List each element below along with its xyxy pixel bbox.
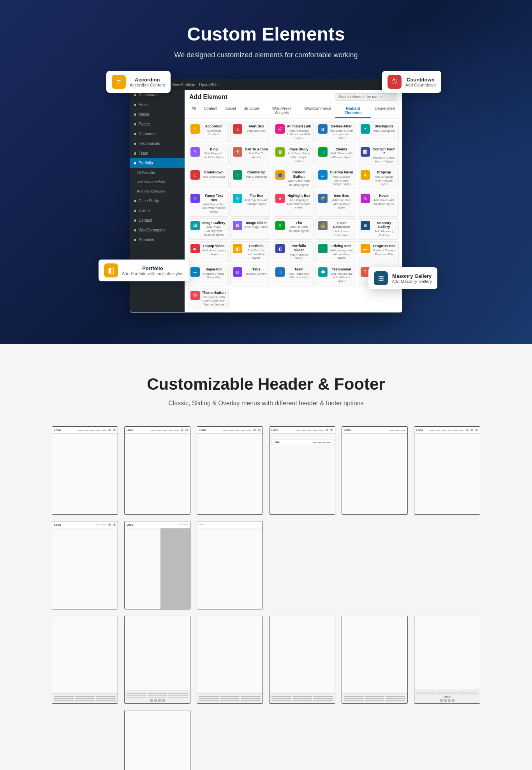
element-card[interactable]: ★ Highlight Box Add Highlight Box with m…	[273, 191, 314, 216]
tab-wp-widgets[interactable]: WordPress Widgets	[263, 104, 300, 118]
tab-deprecated[interactable]: Deprecated	[371, 104, 399, 118]
element-card[interactable]: 🎨 Theme Button Compatible with Color Sch…	[188, 288, 229, 309]
element-card[interactable]: 📢 Call To Action Add Call To Action	[230, 145, 271, 166]
sidebar-item-add-portfolio[interactable]: Add New Portfolio	[130, 177, 185, 187]
element-card[interactable]: ⏱ Countdown Add Countdown	[188, 168, 229, 189]
element-card[interactable]: ≡ Accordion Accordion Content	[188, 122, 229, 143]
element-card[interactable]: 👥 Team Add Team with different styles	[273, 265, 314, 286]
element-name: Loan Calculator	[329, 221, 354, 230]
header-template-item[interactable]	[124, 616, 190, 704]
element-card[interactable]: 🔷 Fancy Text Box Add Fancy Text Box with…	[188, 191, 229, 216]
element-card[interactable]: ☰ Custom Menu Add Custom Menu with multi…	[315, 168, 356, 189]
element-name: Dropcap	[372, 170, 396, 175]
element-card[interactable]: ❝ Blockquote Add Blockquote	[358, 122, 399, 143]
element-card[interactable]: ↑ CounterUp Add Counterup	[230, 168, 271, 189]
sidebar-item-products[interactable]: Products	[130, 235, 185, 245]
header-template-item[interactable]	[342, 616, 408, 704]
sidebar-item-posts[interactable]: Posts	[130, 100, 185, 109]
element-name: Call To Action	[244, 147, 268, 152]
element-desc: Add Flip Box with multiple styles	[244, 198, 268, 206]
header-template-item[interactable]: LOGO	[124, 521, 190, 609]
header-template-item[interactable]: LOGO	[52, 521, 118, 609]
element-card[interactable]: A Dropcap Add Dropcap with multiple styl…	[358, 168, 399, 189]
element-card[interactable]: — Separator Radiant Theme Separator	[188, 265, 229, 286]
element-desc: Add alert box	[244, 129, 268, 133]
element-name: CounterUp	[244, 170, 268, 175]
element-desc: Add Image Slider	[244, 225, 268, 229]
tab-structure[interactable]: Structure	[240, 104, 263, 118]
header-template-item[interactable]	[269, 616, 335, 704]
search-input[interactable]	[335, 93, 397, 101]
element-card[interactable]: ◑ Before-After Add Before-After comparis…	[315, 122, 356, 143]
element-card[interactable]: 👥 Clients Add Clients with different sty…	[315, 145, 356, 166]
topbar-updraft: UpdraftPlus	[199, 83, 219, 87]
header-template-item[interactable]	[197, 521, 263, 609]
element-card[interactable]: ◧ Portfolio Add Portfolio with multiple …	[230, 241, 271, 263]
element-name: Icon Box	[329, 194, 354, 198]
header-template-item[interactable]: LOGO	[197, 426, 263, 515]
tab-content[interactable]: Content	[200, 104, 221, 118]
element-card[interactable]: 🖼 Image Gallery Add Image Gallery with m…	[188, 218, 229, 240]
element-card[interactable]: 🖱 Hover Add Hover with multiple styles	[358, 191, 399, 216]
element-desc: Add Animated Link with multiple styles	[287, 129, 311, 140]
accordion-tooltip: ≡ Accordion Accordion Content	[106, 71, 171, 93]
header-template-item[interactable]: LOGO	[342, 426, 408, 515]
header-template-item[interactable]	[414, 521, 480, 609]
header-template-item[interactable]: LOGO	[124, 426, 190, 515]
sidebar-item-contact[interactable]: Contact	[130, 215, 185, 225]
element-card[interactable]: ≡ List Add List with multiple styles	[273, 218, 314, 240]
element-icon: ▶	[190, 244, 200, 253]
sidebar-item-woocommerce[interactable]: WooCommerce	[130, 225, 185, 235]
header-template-item[interactable]	[342, 521, 408, 609]
element-card[interactable]: 🔵 Custom Button Add Button with multiple…	[273, 168, 314, 189]
element-card[interactable]: 🖼 Image Slider Add Image Slider	[230, 218, 271, 240]
sidebar-item-all-portfolio[interactable]: All Portfolio	[130, 168, 185, 177]
element-name: Testimonial	[329, 267, 354, 272]
sidebar-item-case-study[interactable]: Case Study	[130, 196, 185, 206]
element-icon: 📝	[361, 147, 370, 157]
sidebar-item-comments[interactable]: Comments	[130, 129, 185, 139]
element-card[interactable]: 📦 Icon Box Add Icon Box with multiple st…	[315, 191, 356, 216]
sidebar-item-portfolio-cat[interactable]: Portfolio Category	[130, 187, 185, 196]
header-template-item[interactable]: LOGO	[414, 426, 480, 515]
sidebar-item-portfolio[interactable]: Portfolio	[130, 158, 185, 168]
sidebar-item-testimonials[interactable]: Testimonials	[130, 139, 185, 148]
element-card[interactable]: ⚠ Alert Box Add alert box	[230, 122, 271, 143]
header-template-item[interactable]	[197, 616, 263, 704]
portfolio-tooltip: ◧ Portfolio Add Portfolio with multiple …	[99, 260, 189, 281]
element-icon: 🖼	[233, 221, 242, 230]
element-desc: Add Fancy Text Box with multiple styles	[202, 203, 226, 214]
masonry-tooltip: ⊞ Masonry Gallery Add Masonry Gallery	[368, 267, 437, 289]
element-card[interactable]: 💲 Pricing Item Add pricing Item with mul…	[315, 241, 356, 263]
sidebar-item-team[interactable]: Team	[130, 148, 185, 158]
tab-all[interactable]: All	[188, 104, 200, 118]
header-template-item[interactable]: LOGO	[414, 616, 480, 704]
header-template-item[interactable]	[124, 710, 190, 770]
portfolio-tooltip-icon: ◧	[104, 263, 118, 277]
tab-woo[interactable]: WooCommerce	[300, 104, 335, 118]
header-template-item[interactable]: LOGOLOGO	[269, 426, 335, 515]
element-card[interactable]: ◧ Portfolio Slider Add Portfolio Slider	[273, 241, 314, 263]
element-card[interactable]: ✎ Blog Add Blog with multiple styles	[188, 145, 229, 166]
sidebar-item-clients[interactable]: Clients	[130, 206, 185, 215]
header-template-item[interactable]: LOGO	[52, 426, 118, 515]
element-card[interactable]: ⊟ Tabs Tabbed Content	[230, 265, 271, 286]
element-card[interactable]: 💬 Testimonial Add Testimonial with diffe…	[315, 265, 356, 286]
element-card[interactable]: ▬ Progress Bar Radiant Theme Progress Ba…	[358, 241, 399, 263]
element-card[interactable]: ⊞ Masonry Gallery Add Masonry Gallery	[358, 218, 399, 240]
header-template-item[interactable]	[269, 521, 335, 609]
tab-social[interactable]: Social	[221, 104, 240, 118]
element-card[interactable]: 📋 Case Study Add Case Study with multipl…	[273, 145, 314, 166]
element-card[interactable]: ▶ Popup Video Add video popup player	[188, 241, 229, 263]
tab-radiant[interactable]: Radiant Elements	[335, 104, 371, 118]
header-template-item[interactable]	[52, 616, 118, 704]
element-icon: 💰	[318, 221, 328, 230]
header-template-item[interactable]	[52, 710, 118, 770]
element-card[interactable]: 💰 Loan Calculator Add Loan Calculator	[315, 218, 356, 240]
sidebar-item-pages[interactable]: Pages	[130, 119, 185, 129]
element-icon: ⟳	[233, 194, 242, 203]
sidebar-item-media[interactable]: Media	[130, 109, 185, 119]
element-card[interactable]: 🔗 Animated Link Add Animated Link with m…	[273, 122, 314, 143]
element-card[interactable]: ⟳ Flip Box Add Flip Box with multiple st…	[230, 191, 271, 216]
element-card[interactable]: 📝 Contact Form 7 Radiant Contact Form 7 …	[358, 145, 399, 166]
